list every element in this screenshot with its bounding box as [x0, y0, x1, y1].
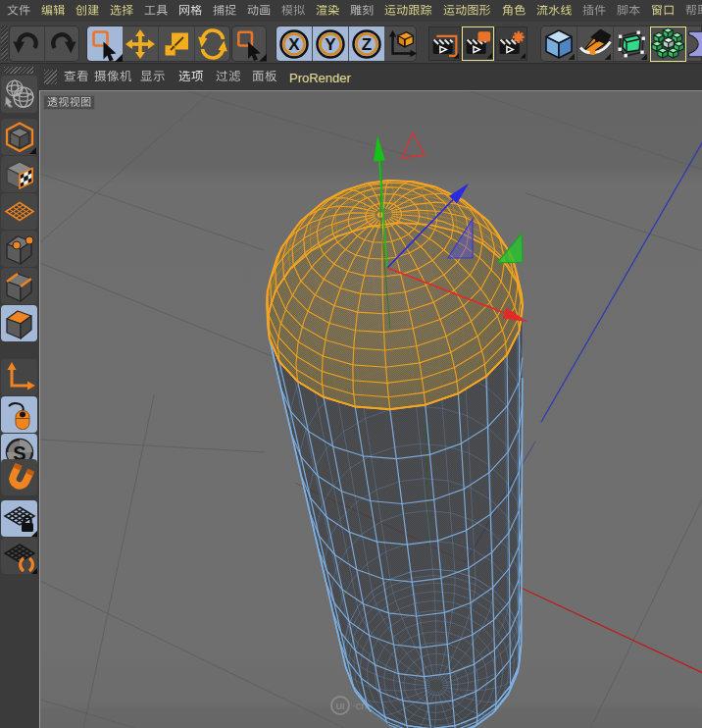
svg-text:Y: Y — [325, 35, 336, 54]
svg-text:X: X — [288, 35, 300, 54]
svg-text:Z: Z — [362, 35, 372, 54]
svg-text:UI: UI — [336, 702, 345, 711]
svg-text:·cn: ·cn — [352, 700, 367, 711]
